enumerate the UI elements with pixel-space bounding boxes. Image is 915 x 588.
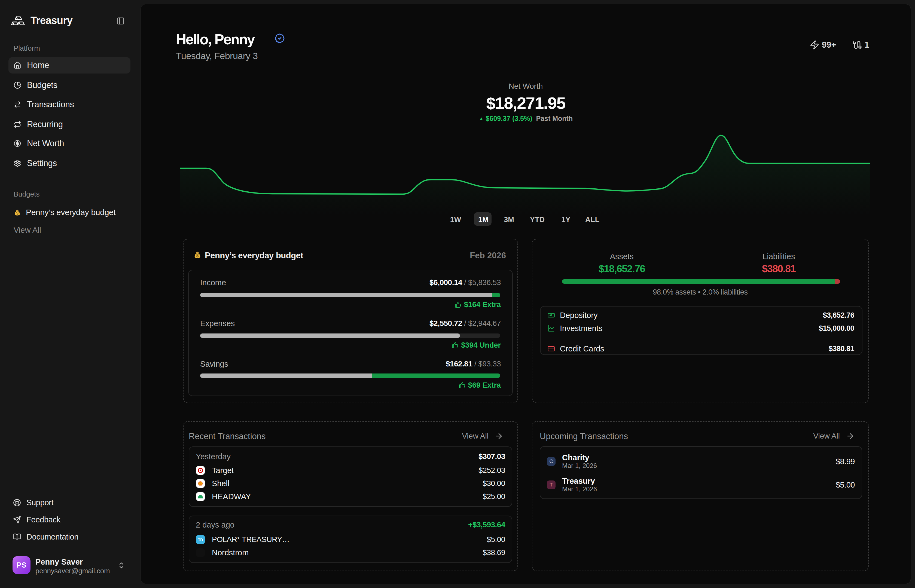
svg-text:TD: TD [198, 538, 203, 542]
